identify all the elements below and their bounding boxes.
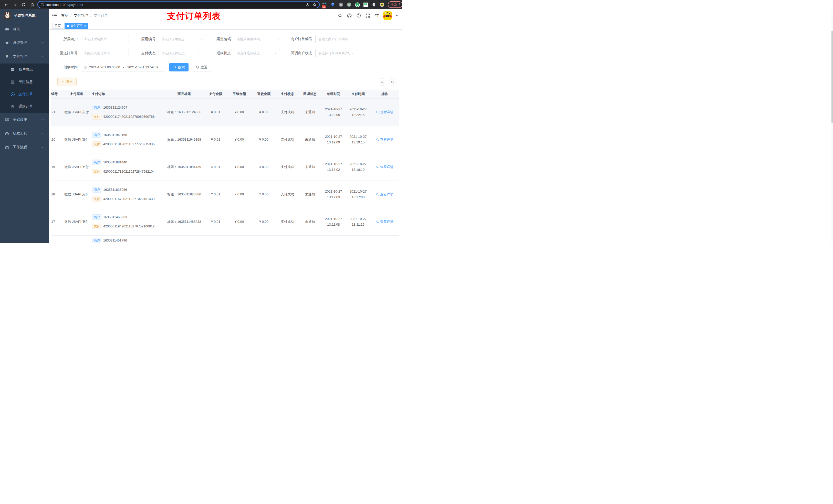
fee-amount: ¥ 0.00 [227, 153, 252, 181]
callback-status-select[interactable]: 请选择订单回调商户状态 [315, 49, 357, 57]
export-button[interactable]: 导出 [57, 78, 77, 86]
sidebar-item-app-info[interactable]: 应用信息 [0, 76, 49, 88]
reload-icon[interactable] [20, 1, 27, 8]
channel-order-input[interactable] [81, 49, 129, 57]
extension-y-icon[interactable]: y [354, 1, 361, 8]
extension-record-icon[interactable] [346, 1, 353, 8]
fullscreen-icon[interactable] [365, 13, 371, 19]
address-bar[interactable]: localhost:1024/pay/order [38, 1, 320, 8]
extension-command-icon[interactable]: ⌘ [338, 1, 344, 8]
filter-form: 所属商户 应用编号 请选择应用信息 渠道编码 [49, 30, 402, 71]
breadcrumb-payment[interactable]: 支付管理 [74, 13, 88, 18]
pay-date: 2021-10-27 [350, 135, 367, 139]
create-time-range-picker[interactable]: 2021-10-01 00:00:00 - 2021-10-31 23:59:5… [81, 63, 166, 71]
page-content: 所属商户 应用编号 请选择应用信息 渠道编码 [49, 30, 402, 243]
store-icon [10, 68, 15, 72]
merchant-input[interactable] [81, 35, 129, 43]
extensions-puzzle-icon[interactable] [371, 1, 377, 8]
order-id: 118 [51, 192, 55, 196]
col-title: 商品标题 [164, 90, 205, 98]
refund-status-select[interactable]: 请选择退款状态 [234, 49, 280, 57]
refresh-button[interactable] [389, 78, 397, 86]
view-detail-link[interactable]: 查看详情 [376, 165, 394, 169]
user-avatar[interactable] [383, 11, 392, 20]
pay-channel: 微信 JSAPI 支付 [62, 153, 92, 181]
home-icon[interactable] [29, 1, 36, 8]
view-detail-link[interactable]: 查看详情 [376, 192, 394, 197]
col-paytime: 支付时间 [346, 90, 371, 98]
pay-status: 支付成功 [276, 181, 299, 208]
user-menu-caret-icon[interactable] [396, 15, 398, 16]
chevron-down-icon [41, 41, 44, 44]
order-id: 117 [51, 220, 55, 223]
tag-home[interactable]: 首页 [52, 23, 63, 29]
bookmark-star-icon[interactable] [312, 3, 317, 7]
filter-label: 渠道订单号 [54, 51, 81, 55]
chevron-down-icon [41, 118, 44, 121]
sidebar-item-payment[interactable]: ¥ 支付管理 [0, 50, 49, 64]
github-icon[interactable] [346, 13, 353, 19]
svg-text:⌘: ⌘ [340, 3, 342, 6]
site-info-icon[interactable] [41, 3, 44, 7]
view-detail-link[interactable]: 查看详情 [376, 137, 394, 142]
filter-label: 回调商户状态 [283, 51, 315, 55]
pay-status-select[interactable]: 请选择支付状态 [159, 49, 204, 57]
merchant-order-no: 1635312124657 [103, 105, 127, 110]
fee-amount: ¥ 0.00 [227, 208, 252, 235]
sidebar-item-home[interactable]: 首页 [0, 22, 49, 36]
forward-icon[interactable] [11, 1, 19, 8]
update-button[interactable]: 更新 [388, 1, 402, 8]
tags-view: 首页 支付订单 × [49, 22, 402, 30]
view-detail-link[interactable]: 查看详情 [376, 110, 394, 115]
refund-amount: ¥ 0.00 [252, 98, 276, 126]
grid-icon [10, 80, 15, 84]
share-icon[interactable] [306, 3, 309, 7]
sidebar-item-label: 基础设施 [13, 117, 38, 122]
reset-button[interactable]: 重置 [192, 63, 211, 71]
sidebar-item-pay-order[interactable]: ¥ 支付订单 [0, 88, 49, 100]
help-icon[interactable] [356, 13, 362, 19]
extension-chat-icon[interactable] [362, 1, 369, 8]
sidebar-item-dev-tools[interactable]: 研发工具 [0, 126, 49, 140]
close-icon[interactable]: × [84, 24, 86, 27]
channel-code-select[interactable]: 请输入渠道编码 [234, 35, 283, 43]
yen-icon: ¥ [5, 54, 9, 59]
sidebar-item-refund-order[interactable]: 退款订单 [0, 100, 49, 113]
merchant-tag: 商户 [92, 160, 101, 165]
sidebar-item-label: 研发工具 [13, 131, 38, 136]
show-search-button[interactable] [379, 78, 386, 86]
merchant-input-field[interactable] [84, 37, 126, 41]
back-icon[interactable] [3, 1, 10, 8]
pay-status: 支付成功 [276, 98, 299, 126]
created-time: 13:11:08 [327, 222, 340, 226]
sidebar-item-infra[interactable]: 基础设施 [0, 113, 49, 126]
profile-avatar-icon[interactable] [379, 1, 385, 8]
chevron-down-icon [352, 52, 354, 54]
font-size-icon[interactable]: TT [374, 13, 380, 19]
fee-amount: ¥ 0.00 [227, 98, 252, 126]
channel-order-input-field[interactable] [84, 51, 126, 55]
search-icon[interactable] [337, 13, 343, 19]
merchant-tag: 商户 [92, 238, 101, 243]
view-detail-link[interactable]: 查看详情 [376, 219, 394, 224]
refund-amount: ¥ 0.00 [252, 181, 276, 208]
table-header-row: 编号 支付渠道 支付订单 商品标题 支付金额 手续金额 退款金额 支付状态 回调… [51, 90, 399, 98]
app-select[interactable]: 请选择应用信息 [159, 35, 206, 43]
merchant-order-input-field[interactable] [318, 37, 360, 41]
pay-date: 2021-10-27 [350, 217, 367, 221]
extension-gem-icon[interactable] [329, 1, 336, 8]
sidebar-item-workflow[interactable]: 工作流程 [0, 140, 49, 154]
table-row: 118 微信 JSAPI 支付 商户1635311823086 支付420000… [51, 181, 399, 208]
sidebar-toggle-icon[interactable] [52, 14, 57, 18]
pay-tag: 支付 [92, 169, 101, 174]
tag-pay-order[interactable]: 支付订单 × [65, 23, 88, 29]
extension-grid-icon[interactable]: 10 [321, 1, 328, 8]
pay-date: 2021-10-27 [350, 107, 367, 111]
sidebar-item-merchant-info[interactable]: 商户信息 [0, 64, 49, 76]
sidebar-item-system[interactable]: 系统管理 [0, 36, 49, 50]
search-button[interactable]: 搜索 [169, 63, 189, 71]
merchant-order-input[interactable] [315, 35, 363, 43]
breadcrumb-home[interactable]: 首页 [61, 13, 68, 18]
browser-menu-icon[interactable] [399, 3, 400, 6]
sidebar-item-label: 系统管理 [13, 41, 38, 45]
